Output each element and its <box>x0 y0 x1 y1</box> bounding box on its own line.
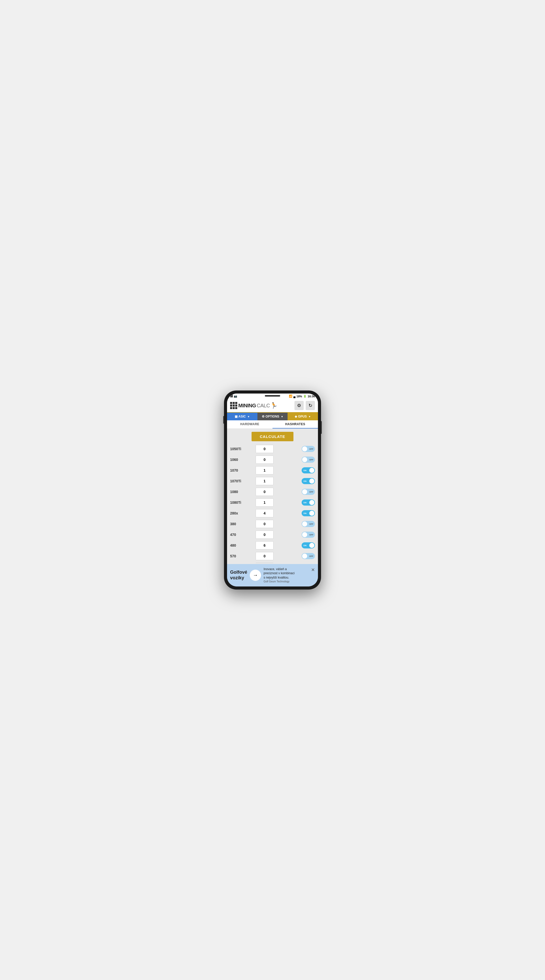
phone-frame: 🖼 📷 📶 ▄ 18% 🔋 16:36 MINING CALC <box>224 390 321 590</box>
gpu-label-280x: 280x <box>230 511 256 515</box>
gpu-label-1070: 1070 <box>230 468 256 473</box>
asic-label: ASIC <box>239 415 246 418</box>
toggle-wrap-1070: ON <box>301 467 315 473</box>
settings-button[interactable]: ⚙ <box>295 401 304 410</box>
toggle-wrap-380: OFF <box>301 521 315 527</box>
status-left: 🖼 📷 <box>230 395 237 398</box>
gpu-input-570[interactable] <box>256 552 274 560</box>
toggle-wrap-280x: ON <box>301 510 315 516</box>
ad-brand: Golf Geum Technology <box>264 580 295 584</box>
speaker <box>265 395 280 396</box>
sub-tab-hashrates[interactable]: HASHRATES <box>272 420 318 428</box>
gpu-label-1060: 1060 <box>230 458 256 462</box>
refresh-button[interactable]: ↻ <box>306 401 315 410</box>
main-content: CALCULATE 1050Ti OFF 1060 OFF 1070 ON 10… <box>227 429 318 563</box>
gpu-label-1050Ti: 1050Ti <box>230 447 256 451</box>
gpu-row: 1080 OFF <box>230 488 315 496</box>
toggle-wrap-470: OFF <box>301 531 315 538</box>
gpu-input-1060[interactable] <box>256 455 274 464</box>
calculate-button-wrap: CALCULATE <box>230 432 315 441</box>
tab-asic[interactable]: ▦ ASIC ▼ <box>227 413 257 420</box>
logo-calc: CALC <box>257 403 270 409</box>
gpu-input-580[interactable] <box>256 563 274 563</box>
gpu-input-1080Ti[interactable] <box>256 498 274 507</box>
gpu-row: 1050Ti OFF <box>230 445 315 453</box>
gpus-icon: ◈ <box>295 415 297 418</box>
gpu-row: 570 OFF <box>230 552 315 560</box>
tab-gpus[interactable]: ◈ GPUS ▼ <box>288 413 318 420</box>
toggle-1080[interactable]: OFF <box>301 489 315 495</box>
phone-screen: 🖼 📷 📶 ▄ 18% 🔋 16:36 MINING CALC <box>227 393 318 587</box>
gpu-label-1080Ti: 1080Ti <box>230 501 256 504</box>
toggle-380[interactable]: OFF <box>301 521 315 527</box>
toggle-1080Ti[interactable]: ON <box>301 500 315 506</box>
toggle-280x[interactable]: ON <box>301 510 315 516</box>
gpus-label: GPUS <box>298 415 307 418</box>
logo-grid <box>230 402 237 409</box>
ad-title: Inovace, vášeň a preciznost v kombinaci … <box>264 567 295 580</box>
battery-level: 18% <box>296 395 302 398</box>
toggle-1070Ti[interactable]: ON <box>301 478 315 484</box>
gpu-label-380: 380 <box>230 522 256 526</box>
toggle-wrap-1080Ti: ON <box>301 500 315 506</box>
ad-banner: Golfové vozíky → Inovace, vášeň a preciz… <box>227 564 318 587</box>
side-button-right <box>321 421 322 434</box>
toggle-1050Ti[interactable]: OFF <box>301 446 315 452</box>
calculate-button[interactable]: CALCULATE <box>252 432 293 441</box>
toggle-wrap-1070Ti: ON <box>301 478 315 484</box>
gpu-input-1070Ti[interactable] <box>256 477 274 485</box>
gpu-label-470: 470 <box>230 533 256 537</box>
tab-options[interactable]: ⚙ OPTIONS ▼ <box>257 413 288 420</box>
toggle-wrap-1080: OFF <box>301 489 315 495</box>
gpu-list: 1050Ti OFF 1060 OFF 1070 ON 1070Ti ON <box>230 445 315 563</box>
gpu-row: 1070Ti ON <box>230 477 315 485</box>
toggle-wrap-480: ON <box>301 542 315 549</box>
wifi-icon: 📶 <box>289 395 292 398</box>
gpus-arrow: ▼ <box>308 415 311 418</box>
gpu-row: 1080Ti ON <box>230 498 315 507</box>
asic-arrow: ▼ <box>247 415 250 418</box>
status-right: 📶 ▄ 18% 🔋 16:36 <box>289 395 315 398</box>
gpu-row: 470 OFF <box>230 531 315 539</box>
toggle-wrap-1060: OFF <box>301 457 315 463</box>
ad-arrow-button[interactable]: → <box>250 570 261 581</box>
notification-icons: 🖼 📷 <box>230 395 237 398</box>
toggle-1070[interactable]: ON <box>301 467 315 473</box>
gpu-row: 1070 ON <box>230 466 315 474</box>
toggle-1060[interactable]: OFF <box>301 457 315 463</box>
battery-icon: 🔋 <box>303 395 307 398</box>
gpu-row: 380 OFF <box>230 520 315 528</box>
header-actions: ⚙ ↻ <box>295 401 315 410</box>
gpu-input-280x[interactable] <box>256 509 274 517</box>
logo-mining: MINING <box>238 403 256 409</box>
gpu-row: 580 ON <box>230 563 315 563</box>
ad-left-text: Golfové vozíky <box>230 570 247 581</box>
ad-close-button[interactable]: ✕ <box>311 567 315 573</box>
asic-icon: ▦ <box>235 415 237 418</box>
gpu-input-480[interactable] <box>256 541 274 549</box>
gpu-input-380[interactable] <box>256 520 274 528</box>
options-arrow: ▼ <box>281 415 284 418</box>
app-header: MINING CALC 🏃 ⚙ ↻ <box>227 399 318 413</box>
gpu-label-1070Ti: 1070Ti <box>230 479 256 483</box>
gpu-label-480: 480 <box>230 543 256 547</box>
gpu-label-1080: 1080 <box>230 490 256 494</box>
gpu-input-1080[interactable] <box>256 488 274 496</box>
gpu-input-1070[interactable] <box>256 466 274 474</box>
toggle-wrap-570: OFF <box>301 553 315 559</box>
toggle-wrap-1050Ti: OFF <box>301 446 315 452</box>
gpu-label-570: 570 <box>230 554 256 558</box>
toggle-480[interactable]: ON <box>301 542 315 549</box>
signal-icon: ▄ <box>293 395 295 398</box>
logo-area: MINING CALC 🏃 <box>230 402 277 409</box>
logo-runner-icon: 🏃 <box>270 401 278 410</box>
toggle-470[interactable]: OFF <box>301 531 315 538</box>
nav-tabs: ▦ ASIC ▼ ⚙ OPTIONS ▼ ◈ GPUS ▼ <box>227 413 318 420</box>
sub-tabs: HARDWARE HASHRATES <box>227 420 318 429</box>
gpu-row: 280x ON <box>230 509 315 517</box>
toggle-570[interactable]: OFF <box>301 553 315 559</box>
options-icon: ⚙ <box>262 415 265 418</box>
gpu-input-470[interactable] <box>256 531 274 539</box>
sub-tab-hardware[interactable]: HARDWARE <box>227 420 272 428</box>
gpu-input-1050Ti[interactable] <box>256 445 274 453</box>
